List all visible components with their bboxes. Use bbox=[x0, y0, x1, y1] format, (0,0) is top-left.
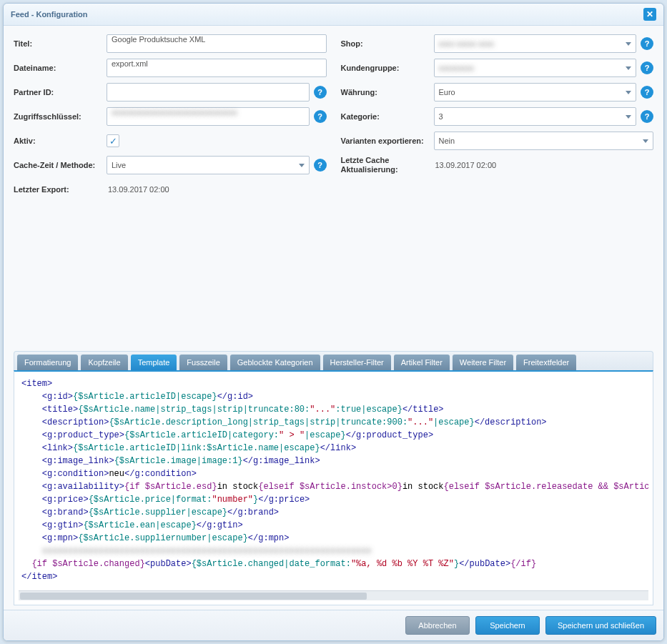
select-value: Nein bbox=[439, 137, 455, 145]
label-aktiv: Aktiv: bbox=[14, 137, 107, 146]
chevron-down-icon bbox=[626, 42, 631, 46]
input-partner-id[interactable] bbox=[107, 83, 310, 101]
label-waehrung: Währung: bbox=[341, 88, 434, 97]
save-close-button[interactable]: Speichern und schließen bbox=[545, 616, 656, 635]
save-button[interactable]: Speichern bbox=[475, 616, 540, 635]
label-cache-zeit: Cache-Zeit / Methode: bbox=[14, 161, 107, 170]
tab-geblockte-kategorien[interactable]: Geblockte Kategorien bbox=[230, 355, 320, 370]
form-right-column: Shop: xxxx xxxxx xxxx ? Kundengruppe: xx… bbox=[341, 34, 654, 204]
cancel-button[interactable]: Abbrechen bbox=[405, 616, 470, 635]
help-icon[interactable]: ? bbox=[314, 159, 327, 172]
label-partner-id: Partner ID: bbox=[14, 88, 107, 97]
tab-artikel-filter[interactable]: Artikel Filter bbox=[394, 355, 450, 370]
value-letzte-cache: 13.09.2017 02:00 bbox=[434, 161, 497, 169]
help-icon[interactable]: ? bbox=[314, 110, 327, 123]
tab-area: Formatierung Kopfzeile Template Fusszeil… bbox=[14, 351, 653, 605]
editor-wrap: <item> <g:id>{$sArticle.articleID|escape… bbox=[14, 370, 653, 605]
help-icon[interactable]: ? bbox=[641, 61, 653, 74]
feed-config-window: Feed - Konfiguration ✕ Titel: Google Pro… bbox=[3, 3, 664, 641]
tab-bar: Formatierung Kopfzeile Template Fusszeil… bbox=[14, 351, 653, 370]
form-left-column: Titel: Google Produktsuche XML Dateiname… bbox=[14, 34, 327, 204]
template-editor[interactable]: <item> <g:id>{$sArticle.articleID|escape… bbox=[19, 376, 648, 590]
input-titel[interactable]: Google Produktsuche XML bbox=[107, 34, 327, 53]
select-kundengruppe[interactable]: xxxxxxxxx bbox=[434, 59, 637, 77]
tab-freitextfelder[interactable]: Freitextfelder bbox=[516, 355, 576, 370]
footer-toolbar: Abbrechen Speichern Speichern und schlie… bbox=[4, 610, 663, 640]
label-letzter-export: Letzter Export: bbox=[14, 185, 107, 194]
close-icon: ✕ bbox=[646, 9, 653, 19]
help-icon[interactable]: ? bbox=[641, 86, 653, 99]
content-area: Titel: Google Produktsuche XML Dateiname… bbox=[4, 26, 663, 610]
form-top: Titel: Google Produktsuche XML Dateiname… bbox=[14, 34, 653, 204]
label-zugriffsschluessel: Zugriffsschlüssel: bbox=[14, 112, 107, 122]
select-value: Euro bbox=[439, 88, 455, 96]
chevron-down-icon bbox=[643, 139, 648, 143]
select-value: 3 bbox=[439, 112, 443, 121]
tab-fusszeile[interactable]: Fusszeile bbox=[179, 355, 227, 370]
select-value: xxxxxxxxx bbox=[439, 64, 475, 72]
input-dateiname[interactable]: export.xml bbox=[107, 59, 327, 77]
horizontal-scrollbar[interactable] bbox=[19, 590, 648, 600]
tab-template[interactable]: Template bbox=[131, 355, 177, 370]
help-icon[interactable]: ? bbox=[314, 86, 327, 99]
tab-hersteller-filter[interactable]: Hersteller-Filter bbox=[323, 355, 391, 370]
label-titel: Titel: bbox=[14, 39, 107, 49]
select-value: xxxx xxxxx xxxx bbox=[439, 39, 495, 48]
window-title: Feed - Konfiguration bbox=[11, 10, 88, 19]
help-icon[interactable]: ? bbox=[641, 37, 653, 50]
select-waehrung[interactable]: Euro bbox=[434, 83, 637, 101]
label-kategorie: Kategorie: bbox=[341, 112, 434, 122]
help-icon[interactable]: ? bbox=[641, 110, 653, 123]
tab-formatierung[interactable]: Formatierung bbox=[17, 355, 78, 370]
label-dateiname: Dateiname: bbox=[14, 64, 107, 73]
checkbox-aktiv[interactable]: ✓ bbox=[107, 134, 119, 147]
select-varianten[interactable]: Nein bbox=[434, 132, 654, 150]
chevron-down-icon bbox=[626, 66, 631, 70]
value-letzter-export: 13.09.2017 02:00 bbox=[107, 185, 169, 194]
chevron-down-icon bbox=[626, 91, 631, 94]
titlebar: Feed - Konfiguration ✕ bbox=[4, 4, 663, 26]
tab-weitere-filter[interactable]: Weitere Filter bbox=[453, 355, 513, 370]
label-varianten: Varianten exportieren: bbox=[341, 137, 434, 146]
chevron-down-icon bbox=[299, 164, 305, 167]
scrollbar-thumb[interactable] bbox=[20, 593, 367, 600]
label-letzte-cache: Letzte Cache Aktualisierung: bbox=[341, 156, 434, 174]
select-kategorie[interactable]: 3 bbox=[434, 107, 637, 126]
select-shop[interactable]: xxxx xxxxx xxxx bbox=[434, 34, 637, 53]
label-kundengruppe: Kundengruppe: bbox=[341, 64, 434, 73]
label-shop: Shop: bbox=[341, 39, 434, 49]
select-cache-zeit[interactable]: Live bbox=[107, 156, 310, 174]
input-zugriffsschluessel[interactable]: xxxxxxxxxxxxxxxxxxxxxxxxxxxxxxxx bbox=[107, 107, 310, 126]
chevron-down-icon bbox=[626, 115, 631, 119]
close-button[interactable]: ✕ bbox=[643, 8, 656, 21]
select-value: Live bbox=[112, 161, 126, 169]
tab-kopfzeile[interactable]: Kopfzeile bbox=[81, 355, 127, 370]
